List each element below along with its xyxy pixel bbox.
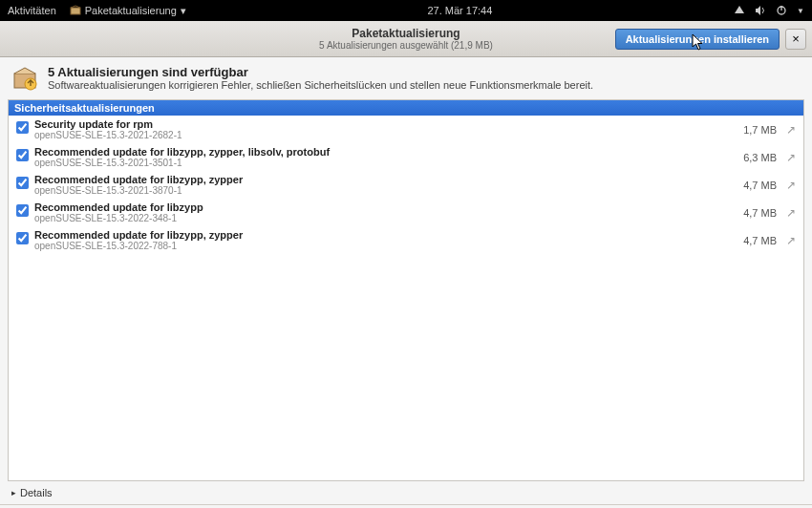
update-package: openSUSE-SLE-15.3-2022-348-1 (34, 213, 737, 223)
update-checkbox[interactable] (16, 232, 29, 244)
update-name: Security update for rpm (34, 118, 737, 130)
package-update-icon (11, 65, 38, 92)
expand-arrow-icon[interactable]: ↗ (786, 234, 796, 247)
update-size: 4,7 MB (743, 180, 777, 191)
expand-arrow-icon[interactable]: ↗ (786, 123, 796, 137)
update-package: openSUSE-SLE-15.3-2021-3501-1 (34, 158, 737, 168)
chevron-down-icon[interactable]: ▼ (797, 7, 804, 15)
volume-icon[interactable] (755, 5, 766, 16)
update-row[interactable]: Recommended update for libzypp, zypperop… (9, 171, 803, 199)
update-checkbox[interactable] (16, 177, 29, 189)
svg-rect-0 (71, 8, 80, 14)
update-row[interactable]: Recommended update for libzyppopenSUSE-S… (9, 199, 803, 226)
update-package: openSUSE-SLE-15.3-2021-3870-1 (34, 185, 737, 196)
app-menu-label: Paketaktualisierung (85, 5, 177, 16)
close-button[interactable]: × (785, 29, 806, 50)
install-updates-button[interactable]: Aktualisierungen installieren (615, 29, 780, 50)
package-icon (70, 5, 81, 16)
update-name: Recommended update for libzypp, zypper, … (34, 146, 737, 158)
summary-row: 5 Aktualisierungen sind verfügbar Softwa… (0, 57, 812, 99)
update-row[interactable]: Security update for rpmopenSUSE-SLE-15.3… (9, 116, 803, 143)
network-icon[interactable] (734, 5, 745, 16)
update-package: openSUSE-SLE-15.3-2022-788-1 (34, 241, 737, 251)
category-header: Sicherheitsaktualisierungen (9, 100, 803, 116)
update-name: Recommended update for libzypp (34, 201, 737, 213)
expand-arrow-icon[interactable]: ↗ (786, 206, 796, 220)
update-name: Recommended update for libzypp, zypper (34, 174, 737, 185)
update-checkbox[interactable] (16, 204, 29, 217)
update-name: Recommended update for libzypp, zypper (34, 229, 737, 241)
chevron-right-icon: ▸ (11, 488, 16, 497)
expand-arrow-icon[interactable]: ↗ (786, 151, 796, 164)
activities-button[interactable]: Aktivitäten (8, 5, 56, 16)
update-row[interactable]: Recommended update for libzypp, zypperop… (9, 226, 803, 254)
expand-arrow-icon[interactable]: ↗ (786, 179, 796, 192)
details-toggle[interactable]: ▸ Details (0, 481, 812, 504)
update-row[interactable]: Recommended update for libzypp, zypper, … (9, 143, 803, 171)
update-size: 4,7 MB (743, 235, 777, 246)
summary-heading: 5 Aktualisierungen sind verfügbar (48, 65, 593, 79)
gnome-topbar: Aktivitäten Paketaktualisierung ▾ 27. Mä… (0, 0, 812, 21)
summary-desc: Softwareaktualisierungen korrigieren Feh… (48, 79, 593, 91)
power-icon[interactable] (776, 5, 787, 16)
update-package: openSUSE-SLE-15.3-2021-2682-1 (34, 130, 737, 140)
update-checkbox[interactable] (16, 149, 29, 161)
clock[interactable]: 27. Mär 17:44 (186, 5, 734, 16)
window-titlebar: Paketaktualisierung 5 Aktualisierungen a… (0, 21, 812, 57)
update-size: 1,7 MB (743, 124, 777, 136)
details-label: Details (20, 487, 53, 498)
updates-list: Sicherheitsaktualisierungen Security upd… (8, 99, 804, 481)
update-size: 6,3 MB (743, 152, 777, 163)
update-size: 4,7 MB (743, 207, 777, 219)
update-checkbox[interactable] (16, 121, 29, 134)
app-menu[interactable]: Paketaktualisierung ▾ (70, 5, 186, 17)
